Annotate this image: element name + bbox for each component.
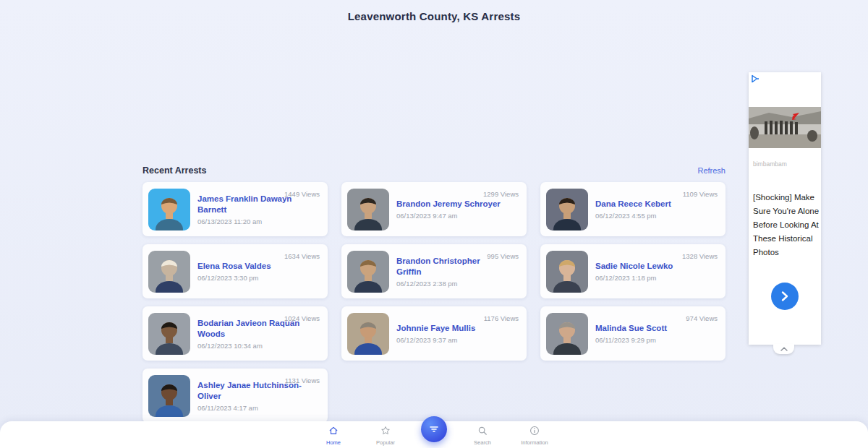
mugshot-photo bbox=[148, 189, 190, 231]
arrest-views-count: 1176 Views bbox=[484, 314, 519, 322]
refresh-link[interactable]: Refresh bbox=[697, 166, 726, 175]
arrest-views-count: 1634 Views bbox=[284, 252, 320, 260]
page-title: Leavenworth County, KS Arrests bbox=[0, 10, 868, 22]
arrest-date: 06/12/2023 4:55 pm bbox=[595, 212, 671, 220]
arrest-views-count: 974 Views bbox=[686, 314, 718, 322]
arrest-date: 06/12/2023 9:37 am bbox=[396, 336, 475, 344]
arrest-name-link[interactable]: Johnnie Faye Mullis bbox=[396, 323, 475, 334]
mugshot-photo bbox=[148, 251, 190, 293]
arrest-views-count: 1131 Views bbox=[285, 376, 320, 384]
ad-cta-button[interactable] bbox=[771, 283, 799, 310]
arrest-name-link[interactable]: Dana Reece Kebert bbox=[595, 199, 671, 210]
mugshot-photo bbox=[148, 313, 190, 355]
ad-collapse-tab[interactable] bbox=[773, 344, 794, 354]
mugshot-photo bbox=[148, 375, 190, 417]
arrest-card[interactable]: Elena Rosa Valdes 06/12/2023 3:30 pm 163… bbox=[142, 244, 328, 298]
home-icon bbox=[328, 426, 339, 439]
arrest-card[interactable]: Brandon Jeremy Schroyer 06/13/2023 9:47 … bbox=[341, 182, 527, 236]
recent-arrests-heading: Recent Arrests bbox=[142, 165, 206, 176]
filter-icon bbox=[428, 423, 440, 435]
arrest-card[interactable]: Bodarian Javieon Raquan Woods 06/12/2023… bbox=[142, 306, 328, 361]
mugshot-photo bbox=[546, 251, 588, 293]
arrest-views-count: 1024 Views bbox=[284, 314, 320, 322]
recent-arrests-section: Recent Arrests Refresh James Franklin Da… bbox=[142, 165, 726, 423]
arrest-card[interactable]: Malinda Sue Scott 06/11/2023 9:29 pm 974… bbox=[540, 306, 726, 361]
nav-item-label: Information bbox=[521, 439, 548, 446]
arrest-views-count: 1299 Views bbox=[483, 190, 519, 198]
ad-headline[interactable]: [Shocking] Make Sure You're Alone Before… bbox=[753, 191, 820, 259]
arrest-date: 06/11/2023 9:29 pm bbox=[595, 336, 667, 344]
mugshot-photo bbox=[347, 313, 389, 355]
arrest-date: 06/12/2023 10:34 am bbox=[197, 342, 306, 350]
chevron-up-icon bbox=[780, 347, 788, 351]
nav-item-popular[interactable]: Popular bbox=[369, 424, 402, 446]
arrest-card[interactable]: Dana Reece Kebert 06/12/2023 4:55 pm 110… bbox=[540, 182, 726, 236]
arrest-name-link[interactable]: Malinda Sue Scott bbox=[595, 323, 667, 334]
arrest-name-link[interactable]: Brandon Jeremy Schroyer bbox=[396, 199, 501, 210]
arrest-views-count: 1109 Views bbox=[683, 190, 718, 198]
nav-item-label: Home bbox=[326, 439, 341, 446]
chevron-right-icon bbox=[779, 290, 791, 302]
fab-filter-button[interactable] bbox=[421, 416, 447, 442]
mugshot-photo bbox=[347, 251, 389, 293]
arrest-date: 06/12/2023 1:18 pm bbox=[595, 274, 673, 282]
mugshot-photo bbox=[546, 189, 588, 231]
mugshot-photo bbox=[347, 189, 389, 231]
arrest-date: 06/12/2023 2:38 pm bbox=[396, 280, 505, 288]
nav-item-label: Search bbox=[474, 439, 491, 446]
nav-item-information[interactable]: Information bbox=[518, 424, 551, 446]
ad-image[interactable] bbox=[749, 107, 821, 148]
arrest-date: 06/11/2023 4:17 am bbox=[197, 404, 306, 412]
arrest-card[interactable]: Brandon Christopher Griffin 06/12/2023 2… bbox=[341, 244, 527, 298]
arrest-date: 06/13/2023 11:20 am bbox=[197, 217, 306, 225]
nav-item-home[interactable]: Home bbox=[317, 424, 350, 446]
arrest-name-link[interactable]: Elena Rosa Valdes bbox=[197, 261, 271, 272]
arrest-views-count: 995 Views bbox=[487, 252, 519, 260]
nav-item-search[interactable]: Search bbox=[466, 424, 499, 446]
arrest-card[interactable]: Johnnie Faye Mullis 06/12/2023 9:37 am 1… bbox=[341, 306, 527, 361]
search-icon bbox=[477, 426, 488, 439]
mugshot-photo bbox=[546, 313, 588, 355]
arrest-card[interactable]: Sadie Nicole Lewko 06/12/2023 1:18 pm 13… bbox=[540, 244, 726, 298]
arrest-views-count: 1449 Views bbox=[284, 190, 320, 198]
star-icon bbox=[380, 426, 391, 439]
arrest-card[interactable]: James Franklin Dawayn Barnett 06/13/2023… bbox=[142, 182, 328, 236]
ad-advertiser-name: bimbambam bbox=[753, 160, 787, 168]
arrest-date: 06/13/2023 9:47 am bbox=[396, 212, 501, 220]
adchoices-icon[interactable] bbox=[751, 74, 760, 83]
info-icon bbox=[529, 426, 540, 439]
arrest-card-grid: James Franklin Dawayn Barnett 06/13/2023… bbox=[142, 182, 726, 423]
nav-item-label: Popular bbox=[376, 439, 395, 446]
arrest-card[interactable]: Ashley Janae Hutchinson-Oliver 06/11/202… bbox=[142, 369, 328, 423]
ad-panel: bimbambam [Shocking] Make Sure You're Al… bbox=[749, 72, 821, 345]
bottom-nav-bar: HomePopularSearchInformation bbox=[0, 421, 868, 448]
arrest-views-count: 1328 Views bbox=[682, 252, 718, 260]
arrest-date: 06/12/2023 3:30 pm bbox=[197, 274, 271, 282]
arrest-name-link[interactable]: Sadie Nicole Lewko bbox=[595, 261, 673, 272]
